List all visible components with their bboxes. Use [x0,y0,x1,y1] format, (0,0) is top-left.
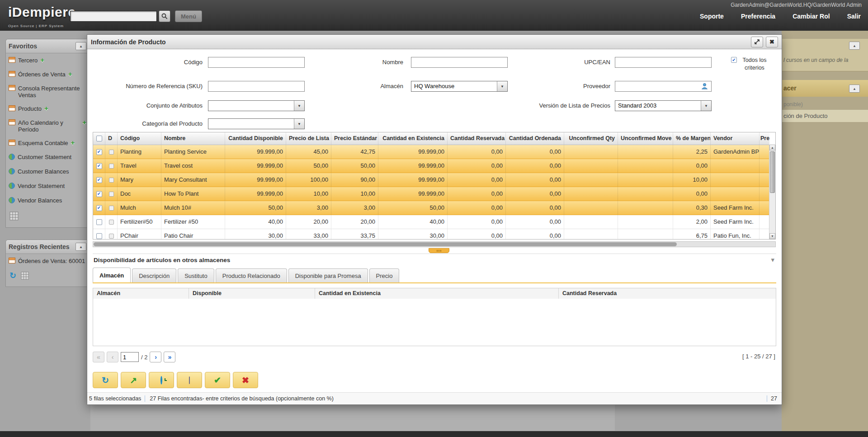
availability-column-cantidad-en-existencia[interactable]: Cantidad en Existencia [315,288,559,299]
column-header-c-digo[interactable]: Código [118,132,161,145]
row-select-checkbox[interactable]: ✔ [96,191,102,197]
close-icon[interactable]: ✖ [766,37,778,47]
topbar-link-soporte[interactable]: Soporte [700,13,724,20]
sidebar-item-consola-representante-ventas[interactable]: Consola Representante Ventas [6,81,89,102]
column-header-unconfirmed-qty[interactable]: Unconfirmed Qty [564,132,618,145]
all-criteria-checkbox[interactable]: ✔ [731,57,737,63]
table-row[interactable]: Fertilizer#50Fertilizer #5040,0020,0020,… [93,215,769,229]
recent-item-rdenes-de-venta-60001[interactable]: Órdenes de Venta: 60001 [6,254,89,268]
table-row[interactable]: ✔MaryMary Consultant99.999,00100,0090,00… [93,173,769,187]
plus-icon[interactable]: + [40,57,44,63]
last-page-icon[interactable]: » [164,352,175,362]
plus-icon[interactable]: + [82,119,86,125]
search-icon[interactable] [159,10,170,22]
tab-disponible-para-promesa[interactable]: Disponible para Promesa [288,268,368,282]
row-select-checkbox[interactable]: ✔ [96,149,102,155]
sidebar-item-producto[interactable]: Producto+ [6,102,89,116]
sidebar-item-tercero[interactable]: Tercero+ [6,53,89,67]
history-button[interactable] [149,372,174,388]
refresh-icon[interactable]: ↻ [9,272,16,281]
sidebar-item-vendor-balances[interactable]: Vendor Balances [6,193,89,208]
refresh-button[interactable]: ↻ [93,372,118,388]
select-all-checkbox[interactable] [96,136,102,141]
column-header-preci[interactable]: Preci [760,132,769,145]
product-category-combo[interactable]: ▼ [208,118,305,129]
sidebar-item-a-o-calendario-y-per-odo[interactable]: Año Calendario y Período+ [6,116,89,136]
tab-almac-n[interactable]: Almacén [93,268,131,282]
table-row[interactable]: ✔TravelTravel cost99.999,0050,0050,0099.… [93,159,769,173]
column-header-unconfirmed-move[interactable]: Unconfirmed Move [618,132,673,145]
horizontal-scrollbar[interactable] [93,241,776,247]
chevron-down-icon[interactable]: ▾ [771,256,774,264]
previous-page-icon[interactable]: ‹ [107,352,118,362]
column-header-cantidad-disponible[interactable]: Cantidad Disponible [225,132,286,145]
collapse-icon[interactable]: ▴ [75,243,86,251]
zoom-button[interactable]: ↗ [121,372,146,388]
availability-column-almac-n[interactable]: Almacén [93,288,189,299]
sku-input[interactable] [208,81,305,92]
codigo-input[interactable] [208,57,305,68]
availability-column-disponible[interactable]: Disponible [189,288,315,299]
column-header-d[interactable]: D [105,132,118,145]
table-row[interactable]: ✔MulchMulch 10#50,003,003,0050,000,000,0… [93,201,769,215]
right-panel-item[interactable]: ción de Producto [782,110,868,122]
plus-icon[interactable]: + [68,71,72,77]
tab-precio[interactable]: Precio [369,268,400,282]
chevron-down-icon[interactable]: ▼ [294,101,304,111]
global-search-input[interactable] [70,11,157,22]
vertical-scrollbar[interactable]: ▲ ▼ [769,145,775,239]
chevron-down-icon[interactable]: ▼ [701,101,711,111]
sidebar-item-esquema-contable[interactable]: Esquema Contable+ [6,136,89,150]
warehouse-combo[interactable]: HQ Warehouse ▼ [411,81,508,92]
column-header-cantidad-reservada[interactable]: Cantidad Reservada [448,132,506,145]
scroll-down-icon[interactable]: ▼ [769,233,775,239]
sidebar-item-vendor-statement[interactable]: Vendor Statement [6,179,89,193]
plus-icon[interactable]: + [44,105,48,111]
sidebar-item-customer-statement[interactable]: Customer Statement [6,150,89,164]
page-number-input[interactable] [121,352,139,362]
nombre-input[interactable] [411,57,508,68]
plus-icon[interactable]: + [71,140,75,146]
scrollbar-thumb[interactable] [94,242,677,246]
person-icon[interactable] [701,82,708,91]
cancel-button[interactable]: ✖ [233,372,258,388]
collapse-icon[interactable]: ▴ [849,42,860,50]
column-header-nombre[interactable]: Nombre [161,132,225,145]
pricelist-combo[interactable]: Standard 2003 ▼ [615,100,712,111]
column-header-vendor[interactable]: Vendor [711,132,760,145]
upc-input[interactable] [615,57,712,68]
row-select-checkbox[interactable]: ✔ [96,163,102,169]
grid-icon[interactable] [9,211,19,222]
column-header-cantidad-ordenada[interactable]: Cantidad Ordenada [506,132,564,145]
confirm-button[interactable]: ✔ [205,372,230,388]
grid-icon[interactable] [21,272,29,281]
collapse-icon[interactable]: ▴ [849,85,860,93]
row-select-checkbox[interactable]: ✔ [96,177,102,183]
maximize-icon[interactable] [751,37,763,47]
dialog-titlebar[interactable]: Información de Producto ✖ [87,35,782,49]
table-row[interactable]: ✔DocHow To Plant99.999,0010,0010,0099.99… [93,187,769,201]
row-select-checkbox[interactable]: ✔ [96,205,102,211]
tab-producto-relacionado[interactable]: Producto Relacionado [216,268,287,282]
table-row[interactable]: ✔PlantingPlanting Service99.999,0045,004… [93,145,769,159]
column-header-select[interactable] [93,132,105,145]
availability-section-header[interactable]: Disponibilidad de artículos en otros alm… [93,254,776,268]
vendor-input[interactable] [615,81,712,92]
first-page-icon[interactable]: « [93,352,104,362]
delete-button[interactable] [177,372,202,388]
sidebar-item-rdenes-de-venta[interactable]: Órdenes de Venta+ [6,67,89,81]
attribute-set-combo[interactable]: ▼ [208,100,305,111]
topbar-link-salir[interactable]: Salir [847,13,861,20]
menu-button[interactable]: Menú [175,10,202,22]
topbar-link-cambiar-rol[interactable]: Cambiar Rol [793,13,830,20]
next-page-icon[interactable]: › [150,352,161,362]
tab-descripci-n[interactable]: Descripción [132,268,176,282]
column-header-precio-de-lista[interactable]: Precio de Lista [286,132,331,145]
scroll-up-icon[interactable]: ▲ [769,145,775,150]
splitter-handle[interactable] [429,248,449,253]
chevron-down-icon[interactable]: ▼ [294,119,304,129]
column-header-de-margen[interactable]: % de Margen [673,132,711,145]
collapse-icon[interactable]: ▴ [75,42,86,50]
sidebar-item-customer-balances[interactable]: Customer Balances [6,164,89,179]
topbar-link-preferencia[interactable]: Preferencia [741,13,775,20]
